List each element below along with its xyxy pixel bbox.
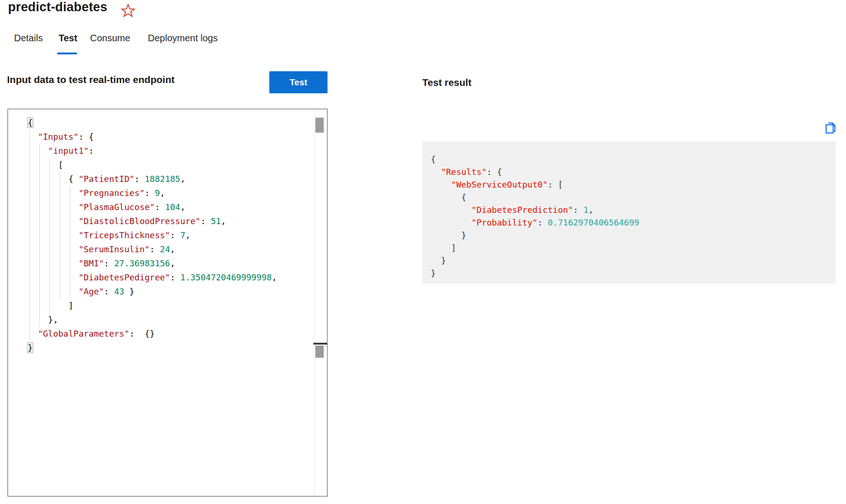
code-line: }: [431, 254, 836, 267]
code-line: {: [431, 153, 836, 165]
page-title: predict-diabetes: [8, 0, 107, 15]
code-line: "DiabetesPrediction": 1,: [431, 203, 836, 216]
indent-guide: [29, 130, 30, 341]
input-section-heading: Input data to test real-time endpoint: [7, 74, 175, 85]
indent-guide: [70, 186, 70, 299]
scrollbar-thumb[interactable]: [315, 118, 324, 133]
code-line: ]: [431, 241, 836, 254]
code-line: "BMI": 27.36983156,: [28, 256, 327, 271]
indent-guide: [49, 158, 50, 313]
code-line: "Results": {: [431, 165, 836, 178]
copy-result-button[interactable]: [822, 120, 839, 137]
code-line: "DiabetesPedigree": 1.3504720469999998,: [28, 271, 327, 285]
code-line: }: [28, 341, 327, 355]
indent-guide: [39, 144, 40, 327]
result-code: { "Results": { "WebServiceOutput0": [ { …: [422, 142, 836, 279]
indent-guide: [60, 172, 60, 299]
code-line: "TricepsThickness": 7,: [28, 228, 327, 242]
scrollbar-decoration[interactable]: [315, 346, 324, 358]
result-section-heading: Test result: [422, 77, 472, 88]
tab-bar: Details Test Consume Deployment logs: [0, 32, 328, 56]
code-line: [: [28, 158, 327, 172]
test-result-panel: { "Results": { "WebServiceOutput0": [ { …: [422, 142, 836, 284]
endpoint-test-page: predict-diabetes Details Test Consume De…: [0, 0, 846, 504]
code-line: "PlasmaGlucose": 104,: [28, 200, 327, 214]
active-tab-underline: [57, 53, 77, 54]
code-line: }: [431, 229, 836, 241]
code-line: {: [28, 116, 327, 130]
test-button[interactable]: Test: [269, 71, 328, 93]
input-json-editor[interactable]: { "Inputs": { "input1": [ { "PatientID":…: [8, 109, 328, 496]
scrollbar-cursor-marker: [313, 343, 328, 345]
code-line: {: [431, 191, 836, 203]
code-line: }: [431, 267, 836, 279]
code-line: "input1":: [28, 144, 327, 158]
favorite-star-button[interactable]: [120, 3, 136, 19]
copy-icon: [823, 129, 838, 136]
code-line: "WebServiceOutput0": [: [431, 178, 836, 191]
scrollbar-track: [314, 109, 314, 496]
tab-deployment-logs[interactable]: Deployment logs: [148, 33, 218, 44]
code-line: "Probability": 0.7162970406564699: [431, 216, 836, 229]
code-line: },: [28, 313, 327, 327]
code-line: ]: [28, 299, 327, 313]
code-line: "Inputs": {: [28, 130, 327, 144]
code-line: { "PatientID": 1882185,: [28, 172, 327, 186]
code-line: "SerumInsulin": 24,: [28, 242, 327, 256]
code-line: "GlobalParameters": {}: [28, 327, 327, 341]
tab-consume[interactable]: Consume: [90, 33, 130, 44]
code-line: "DiastolicBloodPressure": 51,: [28, 214, 327, 228]
star-outline-icon: [121, 12, 136, 19]
editor-code[interactable]: { "Inputs": { "input1": [ { "PatientID":…: [8, 109, 327, 355]
code-line: "Pregnancies": 9,: [28, 186, 327, 200]
tab-test[interactable]: Test: [59, 33, 77, 44]
code-line: "Age": 43 }: [28, 285, 327, 299]
tab-details[interactable]: Details: [14, 33, 43, 44]
